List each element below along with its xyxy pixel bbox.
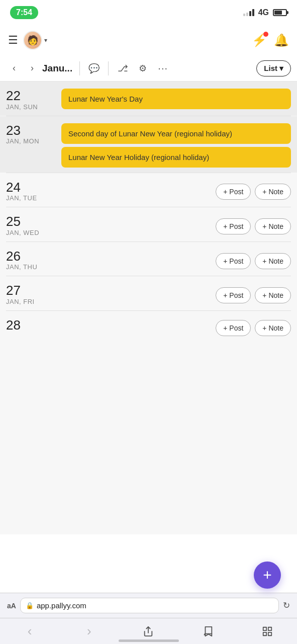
notification-dot [263, 32, 268, 37]
day-info-23: JAN, MON [6, 137, 61, 145]
add-note-button-25[interactable]: + Note [255, 218, 291, 234]
back-button[interactable]: ‹ [17, 621, 42, 641]
add-post-button-26[interactable]: + Post [216, 253, 251, 269]
day-actions-27: + Post + Note [216, 287, 291, 303]
forward-button[interactable]: › [76, 621, 102, 641]
browser-url-area[interactable]: 🔒 app.pallyy.com [20, 598, 279, 613]
add-note-button-26[interactable]: + Note [255, 253, 291, 269]
day-info-22: JAN, SUN [6, 103, 61, 111]
day-label-28: 28 [6, 318, 61, 333]
hamburger-button[interactable]: ☰ [8, 34, 18, 47]
day-number-23: 23 [6, 123, 61, 138]
avatar-dropdown[interactable]: 🧑 ▾ [23, 31, 47, 50]
day-number-26: 26 [6, 249, 61, 264]
day-actions-25: + Post + Note [216, 218, 291, 234]
day-number-24: 24 [6, 180, 61, 195]
day-info-26: JAN, THU [6, 263, 61, 271]
top-nav-left: ☰ 🧑 ▾ [8, 31, 47, 50]
fab-plus-icon: + [263, 567, 272, 584]
add-note-button-27[interactable]: + Note [255, 287, 291, 303]
calendar-toolbar: ‹ › Janu... 💬 ⎇ ⚙ ··· List ▾ [0, 55, 297, 82]
day-row-23: 23 JAN, MON Second day of Lunar New Year… [0, 116, 297, 173]
day-actions-24: + Post + Note [216, 184, 291, 200]
lock-icon: 🔒 [26, 602, 34, 609]
toolbar-divider2 [108, 61, 109, 75]
chevron-down-icon: ▾ [44, 37, 47, 44]
share-button-bottom[interactable] [136, 621, 161, 641]
svg-rect-4 [263, 632, 266, 635]
day-info-27: JAN, FRI [6, 298, 61, 305]
calendar-content: 22 JAN, SUN Lunar New Year's Day 23 JAN,… [0, 82, 297, 534]
view-label: List [264, 64, 277, 72]
svg-rect-1 [263, 627, 266, 630]
status-bar: 7:54 4G [0, 0, 297, 25]
flash-button[interactable]: ⚡ [252, 33, 267, 47]
view-dropdown[interactable]: List ▾ [256, 60, 291, 76]
status-right: 4G [243, 8, 287, 17]
day-events-22: Lunar New Year's Day [61, 89, 291, 109]
browser-url-text: app.pallyy.com [37, 601, 86, 610]
day-label-22: 22 JAN, SUN [6, 89, 61, 111]
view-chevron-icon: ▾ [279, 64, 283, 73]
svg-rect-3 [268, 632, 271, 635]
day-row-26: 26 JAN, THU + Post + Note [0, 242, 297, 276]
add-post-button-25[interactable]: + Post [216, 218, 251, 234]
browser-bar: aA 🔒 app.pallyy.com ↻ [0, 593, 297, 618]
prev-month-button[interactable]: ‹ [6, 60, 22, 76]
add-note-button-24[interactable]: + Note [255, 184, 291, 200]
bell-icon: 🔔 [274, 33, 289, 47]
next-month-button[interactable]: › [24, 60, 40, 76]
more-button[interactable]: ··· [154, 59, 172, 77]
comment-button[interactable]: 💬 [85, 59, 103, 77]
top-nav-right: ⚡ 🔔 [252, 33, 289, 47]
day-number-28: 28 [6, 318, 61, 333]
bell-button[interactable]: 🔔 [274, 33, 289, 47]
settings-button[interactable]: ⚙ [134, 59, 152, 77]
day-number-25: 25 [6, 214, 61, 229]
status-time: 7:54 [10, 6, 38, 19]
add-post-button-27[interactable]: + Post [216, 287, 251, 303]
avatar: 🧑 [23, 31, 42, 50]
day-label-25: 25 JAN, WED [6, 214, 61, 236]
day-label-24: 24 JAN, TUE [6, 180, 61, 202]
day-info-25: JAN, WED [6, 229, 61, 236]
bookmark-button[interactable] [195, 621, 221, 641]
home-indicator [119, 639, 179, 642]
svg-rect-2 [268, 627, 271, 630]
avatar-image: 🧑 [24, 32, 41, 49]
share-button[interactable]: ⎇ [114, 59, 132, 77]
day-actions-26: + Post + Note [216, 253, 291, 269]
font-size-button[interactable]: aA [7, 602, 16, 610]
day-label-23: 23 JAN, MON [6, 123, 61, 145]
month-label: Janu... [42, 63, 72, 74]
add-note-button-28[interactable]: + Note [255, 320, 291, 336]
day-actions-28: + Post + Note [216, 320, 291, 336]
tabs-button[interactable] [255, 621, 280, 641]
signal-icon [243, 9, 254, 16]
fab-button[interactable]: + [254, 561, 281, 589]
event-lunar-holiday[interactable]: Lunar New Year Holiday (regional holiday… [61, 147, 291, 168]
event-lunar-new-year[interactable]: Lunar New Year's Day [61, 89, 291, 109]
day-row-27: 27 JAN, FRI + Post + Note [0, 276, 297, 310]
day-number-27: 27 [6, 283, 61, 298]
day-number-22: 22 [6, 89, 61, 103]
day-row-22: 22 JAN, SUN Lunar New Year's Day [0, 82, 297, 116]
day-info-24: JAN, TUE [6, 194, 61, 202]
event-second-day-lunar[interactable]: Second day of Lunar New Year (regional h… [61, 123, 291, 144]
day-label-26: 26 JAN, THU [6, 249, 61, 271]
day-label-27: 27 JAN, FRI [6, 283, 61, 305]
network-label: 4G [258, 8, 269, 17]
refresh-button[interactable]: ↻ [283, 600, 290, 611]
day-events-23: Second day of Lunar New Year (regional h… [61, 123, 291, 168]
top-nav: ☰ 🧑 ▾ ⚡ 🔔 [0, 25, 297, 55]
battery-icon [273, 9, 287, 16]
day-row-24: 24 JAN, TUE + Post + Note [0, 173, 297, 207]
add-post-button-24[interactable]: + Post [216, 184, 251, 200]
toolbar-divider [79, 61, 80, 75]
day-row-25: 25 JAN, WED + Post + Note [0, 207, 297, 242]
add-post-button-28[interactable]: + Post [216, 320, 251, 336]
day-row-28: 28 + Post + Note [0, 311, 297, 366]
